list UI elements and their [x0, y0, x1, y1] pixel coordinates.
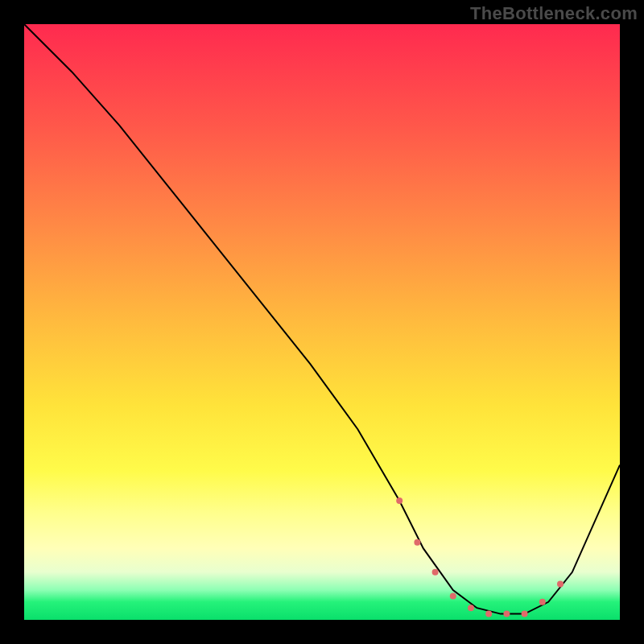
highlight-trough-dots — [396, 497, 564, 617]
trough-dot — [450, 592, 456, 599]
trough-dot — [414, 539, 420, 546]
chart-svg — [24, 24, 620, 620]
trough-dot — [503, 611, 510, 617]
trough-dot — [396, 497, 402, 504]
trough-dot — [485, 611, 492, 617]
black-curve-line — [24, 24, 620, 614]
trough-dot — [557, 581, 564, 588]
chart-frame: TheBottleneck.com — [0, 0, 644, 644]
watermark-text: TheBottleneck.com — [470, 3, 638, 24]
trough-dot — [522, 611, 528, 617]
trough-dot — [432, 569, 439, 576]
trough-dot — [468, 605, 474, 611]
trough-dot — [539, 599, 546, 605]
